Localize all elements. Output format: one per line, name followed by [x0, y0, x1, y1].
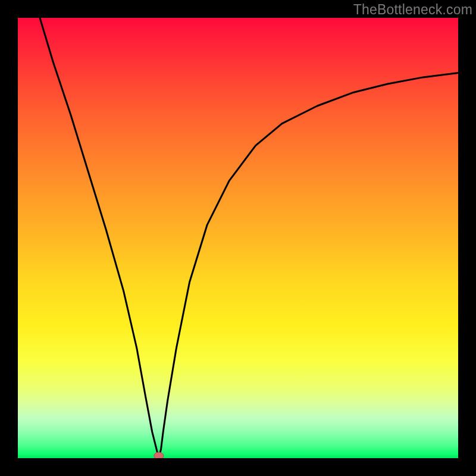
chart-container: TheBottleneck.com	[0, 0, 476, 476]
minimum-marker	[154, 452, 164, 458]
curve-svg	[18, 18, 458, 458]
plot-area	[18, 18, 458, 458]
watermark-label: TheBottleneck.com	[353, 2, 472, 18]
bottleneck-curve	[40, 18, 458, 458]
